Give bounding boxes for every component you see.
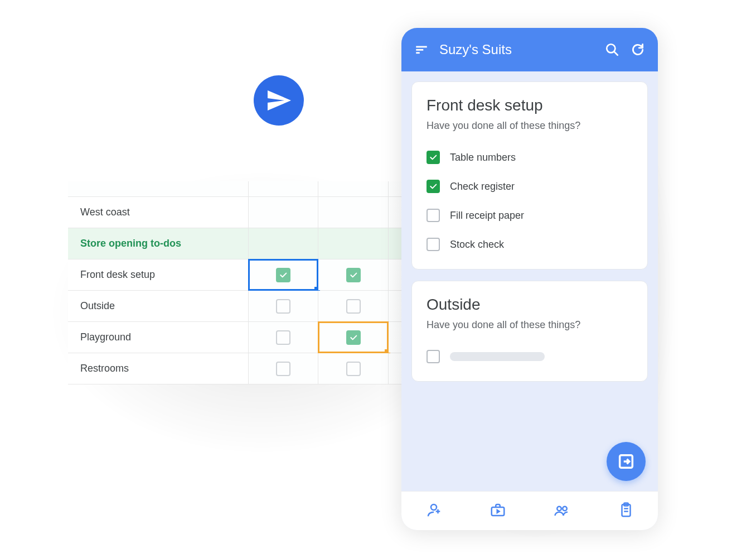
cell-checkbox[interactable] [318, 353, 388, 384]
checkbox-empty-icon [276, 330, 290, 345]
refresh-icon[interactable] [630, 42, 646, 57]
card-subtitle: Have you done all of these things? [427, 319, 633, 331]
task-card: Front desk setup Have you done all of th… [411, 81, 648, 270]
task-label: Stock check [450, 239, 504, 251]
checkbox-empty-icon [276, 299, 290, 314]
task-item[interactable]: Table numbers [427, 143, 633, 172]
svg-rect-2 [416, 52, 420, 54]
section-title-row: Store opening to-dos [68, 228, 458, 259]
table-row: Restrooms [68, 353, 458, 384]
checkbox-empty-icon[interactable] [427, 350, 440, 363]
app-title: Suzy's Suits [439, 42, 594, 57]
cell[interactable] [318, 228, 388, 259]
cell[interactable] [249, 228, 318, 259]
bottom-tab-bar [401, 491, 658, 530]
svg-line-4 [614, 51, 618, 55]
cell-checkbox[interactable] [249, 291, 318, 321]
task-label: Table numbers [450, 152, 516, 163]
row-label[interactable]: Playground [68, 322, 249, 353]
checkbox-empty-icon [346, 299, 361, 314]
svg-point-6 [431, 504, 437, 510]
section-title[interactable]: Store opening to-dos [68, 228, 249, 259]
task-label: Fill receipt paper [450, 210, 524, 222]
task-item-skeleton [427, 342, 633, 371]
cell-checkbox[interactable] [318, 322, 388, 353]
search-icon[interactable] [604, 42, 620, 57]
people-group-icon[interactable] [554, 502, 570, 521]
region-row: West coast [68, 197, 458, 228]
app-header: Suzy's Suits [401, 28, 658, 71]
cell-checkbox[interactable] [249, 353, 318, 384]
checkbox-checked-icon [346, 268, 361, 282]
card-title: Outside [427, 296, 633, 314]
row-label[interactable]: Outside [68, 291, 249, 321]
svg-point-8 [557, 506, 561, 511]
clipboard-icon[interactable] [618, 502, 634, 521]
header-col-2 [318, 181, 389, 196]
cell-checkbox[interactable] [318, 291, 388, 321]
checkbox-checked-icon[interactable] [427, 151, 440, 164]
briefcase-play-icon[interactable] [490, 502, 506, 521]
checkbox-empty-icon [276, 362, 290, 376]
task-card: Outside Have you done all of these thing… [411, 281, 648, 382]
send-icon [254, 75, 304, 126]
task-label: Check register [450, 181, 515, 193]
spreadsheet-panel: West coast Store opening to-dos Front de… [68, 181, 458, 384]
table-row: Outside [68, 291, 458, 322]
task-item[interactable]: Fill receipt paper [427, 201, 633, 230]
svg-rect-1 [416, 49, 423, 51]
svg-rect-0 [416, 46, 427, 48]
add-person-icon[interactable] [425, 502, 442, 521]
card-title: Front desk setup [427, 97, 633, 114]
checkbox-empty-icon [346, 362, 361, 376]
checkbox-checked-icon [346, 330, 361, 345]
cell-checkbox[interactable] [249, 322, 318, 353]
checkbox-empty-icon[interactable] [427, 238, 440, 251]
submit-fab-button[interactable] [607, 442, 646, 481]
checkbox-empty-icon[interactable] [427, 209, 440, 222]
cell-checkbox[interactable] [249, 259, 318, 290]
checkbox-checked-icon[interactable] [427, 180, 440, 193]
cell-checkbox[interactable] [318, 259, 388, 290]
mobile-app-mockup: Suzy's Suits Front desk setup Have you d… [401, 28, 658, 530]
svg-point-9 [563, 506, 567, 511]
region-label[interactable]: West coast [68, 197, 249, 228]
sort-menu-icon[interactable] [414, 42, 429, 57]
row-label[interactable]: Front desk setup [68, 259, 249, 290]
card-subtitle: Have you done all of these things? [427, 120, 633, 132]
table-row: Playground [68, 322, 458, 353]
header-col-label [68, 181, 249, 196]
header-col-1 [249, 181, 319, 196]
task-item[interactable]: Check register [427, 172, 633, 201]
spreadsheet-header-row [68, 181, 458, 197]
task-item[interactable]: Stock check [427, 230, 633, 259]
app-body: Front desk setup Have you done all of th… [401, 71, 658, 491]
table-row: Front desk setup [68, 259, 458, 291]
skeleton-placeholder [450, 352, 545, 361]
checkbox-checked-icon [276, 268, 290, 282]
cell[interactable] [249, 197, 318, 228]
row-label[interactable]: Restrooms [68, 353, 249, 384]
cell[interactable] [318, 197, 388, 228]
